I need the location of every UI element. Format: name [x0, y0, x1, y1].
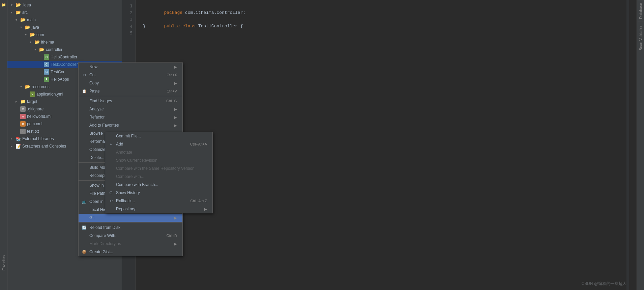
arrow-com [25, 33, 29, 37]
label-helloworld-iml: helloworld.iml [27, 114, 52, 119]
label-helloappli: HelloAppli [51, 77, 69, 82]
folder-icon-idea: 📂 [16, 2, 21, 8]
analyze-arrow: ▶ [174, 107, 177, 111]
favorites-strip: Favorites [0, 236, 7, 290]
submenu-item-compare-with-disabled[interactable]: Compare with... [105, 173, 212, 181]
delete-icon [81, 155, 87, 161]
menu-item-refactor[interactable]: Refactor ▶ [79, 113, 182, 121]
menu-item-analyze[interactable]: Analyze ▶ [79, 105, 182, 113]
paste-shortcut: Ctrl+V [167, 89, 177, 93]
app-icon-hello: A [44, 77, 49, 82]
submenu-label-add: Add [116, 142, 190, 147]
submenu-item-show-history[interactable]: ⏱ Show History [105, 189, 212, 197]
menu-label-compare-with: Compare With... [89, 233, 158, 238]
show-explorer-icon [81, 182, 87, 188]
code-area[interactable]: package com.itheima.controller; public c… [139, 0, 637, 39]
tree-item-java[interactable]: 📂 java [7, 24, 122, 31]
show-revision-icon [108, 157, 114, 163]
tree-item-controller[interactable]: 📂 controller [7, 46, 122, 53]
line-num-1: 1 [122, 3, 135, 9]
submenu-label-compare-with-disabled: Compare with... [116, 174, 207, 179]
menu-item-mark-directory[interactable]: Mark Directory as ▶ [79, 240, 182, 248]
tree-item-main[interactable]: 📂 main [7, 16, 122, 24]
menu-item-cut[interactable]: ✂ Cut Ctrl+X [79, 71, 182, 79]
add-favorites-icon [81, 122, 87, 128]
tree-item-itheima[interactable]: 📂 itheima [7, 38, 122, 46]
favorites-label: Favorites [2, 255, 6, 270]
menu-item-add-to-favorites[interactable]: Add to Favorites ▶ [79, 121, 182, 129]
arrow-src [11, 10, 15, 15]
tree-item-idea[interactable]: 📂 .idea [7, 1, 122, 9]
label-test-txt: test.txt [27, 129, 39, 134]
rollback-icon: ↩ [108, 198, 114, 204]
browse-type-icon [81, 130, 87, 136]
menu-label-create-gist: Create Gist... [89, 249, 177, 254]
menu-item-git[interactable]: Git ▶ [79, 214, 182, 222]
menu-item-new[interactable]: New ▶ [79, 63, 182, 71]
arrow-controller [34, 48, 38, 52]
tree-item-src[interactable]: 📂 src [7, 9, 122, 16]
submenu-label-commit-file: Commit File... [116, 134, 207, 138]
submenu-item-compare-branch[interactable]: Compare with Branch... [105, 181, 212, 189]
lib-icon: 📚 [16, 136, 21, 141]
line-num-5: 5 [122, 30, 135, 36]
folder-icon-itheima: 📂 [34, 39, 40, 45]
line-num-4: 4 [122, 23, 135, 30]
menu-label-add-to-favorites: Add to Favorites [89, 123, 172, 128]
compare-same-icon [108, 165, 114, 172]
label-itheima: itheima [41, 40, 54, 45]
submenu-item-add[interactable]: + Add Ctrl+Alt+A [105, 140, 212, 148]
label-scratches-consoles: Scratches and Consoles [22, 144, 66, 149]
optimize-icon [81, 147, 87, 153]
label-main: main [27, 18, 36, 22]
annotate-icon [108, 149, 114, 155]
menu-item-find-usages[interactable]: Find Usages Ctrl+G [79, 97, 182, 105]
tree-item-hello-controller[interactable]: C HelloController [7, 53, 122, 61]
paste-icon: 📋 [81, 88, 87, 94]
right-panel: Database Bean Validation [637, 0, 644, 290]
show-history-icon: ⏱ [108, 190, 114, 196]
arrow-main [16, 18, 20, 22]
submenu-item-compare-same-repo[interactable]: Compare with the Same Repository Version [105, 164, 212, 173]
submenu-item-show-current-revision[interactable]: Show Current Revision [105, 156, 212, 164]
menu-item-reload-disk[interactable]: 🔄 Reload from Disk [79, 223, 182, 232]
menu-item-create-gist[interactable]: 📦 Create Gist... [79, 248, 182, 256]
right-panel-bean-validation[interactable]: Bean Validation [638, 22, 644, 53]
project-icon[interactable]: 📁 [0, 1, 7, 8]
right-panel-database[interactable]: Database [638, 0, 644, 22]
class-icon-test1: C [44, 62, 49, 67]
arrow-java [20, 25, 24, 29]
menu-label-analyze: Analyze [89, 107, 172, 111]
submenu-label-show-current-revision: Show Current Revision [116, 158, 207, 163]
folder-icon-main: 📂 [20, 17, 26, 23]
menu-item-paste[interactable]: 📋 Paste Ctrl+V [79, 87, 182, 95]
submenu-item-annotate[interactable]: Annotate [105, 148, 212, 156]
code-line-5 [143, 30, 633, 36]
submenu-item-rollback[interactable]: ↩ Rollback... Ctrl+Alt+Z [105, 197, 212, 205]
tree-item-com[interactable]: 📂 com [7, 31, 122, 38]
menu-item-compare-with[interactable]: Compare With... Ctrl+D [79, 232, 182, 240]
rollback-shortcut: Ctrl+Alt+Z [190, 199, 207, 203]
vertical-scrollbar[interactable] [626, 0, 629, 290]
separator-4 [79, 222, 182, 223]
folder-icon-com: 📂 [30, 32, 35, 37]
code-line-1: package com.itheima.controller; [143, 3, 633, 9]
git-arrow: ▶ [174, 216, 177, 220]
arrow-idea [11, 3, 15, 7]
submenu-item-repository[interactable]: Repository ▶ [105, 205, 212, 213]
folder-icon-controller: 📂 [39, 47, 45, 52]
folder-icon-resources: 📂 [25, 84, 30, 89]
menu-item-copy[interactable]: Copy ▶ [79, 79, 182, 87]
xml-icon-pom: X [20, 121, 26, 127]
submenu-label-show-history: Show History [116, 190, 207, 195]
menu-label-mark-directory: Mark Directory as [89, 241, 172, 246]
submenu-item-commit-file[interactable]: Commit File... [105, 132, 212, 140]
analyze-icon [81, 106, 87, 112]
refactor-arrow: ▶ [174, 115, 177, 119]
watermark: CSDN @编程的一拳超人 [581, 281, 626, 287]
label-external-libraries: External Libraries [22, 136, 54, 141]
reload-icon: 🔄 [81, 225, 87, 231]
new-arrow: ▶ [174, 65, 177, 69]
label-target: target [27, 99, 37, 104]
git-icon [81, 215, 87, 221]
